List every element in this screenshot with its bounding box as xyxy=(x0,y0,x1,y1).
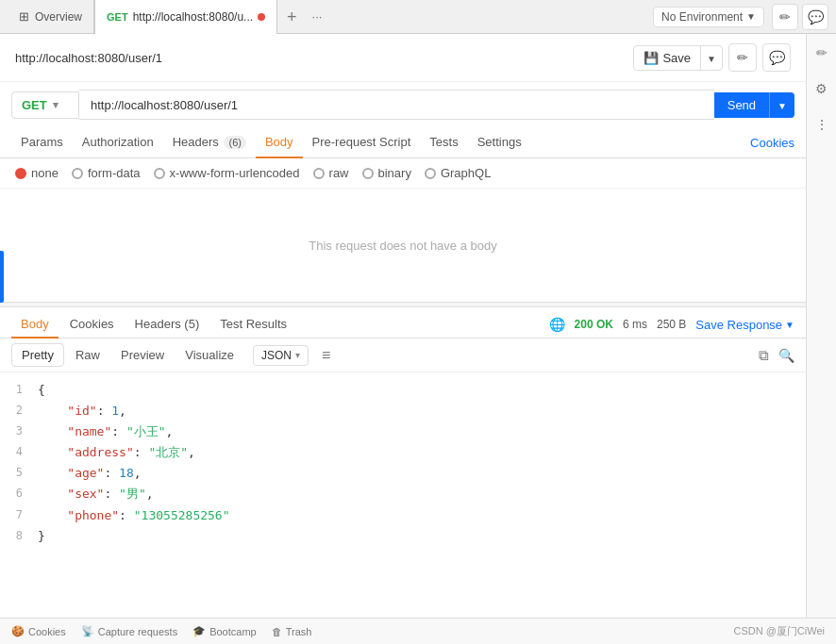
env-arrow: ▼ xyxy=(746,11,756,22)
bottom-cookies-link[interactable]: 🍪 Cookies xyxy=(11,625,66,637)
resp-tab-body[interactable]: Body xyxy=(11,311,59,339)
globe-icon: 🌐 xyxy=(549,317,565,332)
method-value: GET xyxy=(22,98,47,112)
code-line: 6 "sex": "男", xyxy=(0,484,806,504)
line-content: { xyxy=(38,380,45,401)
body-type-form-data[interactable]: form-data xyxy=(72,166,141,180)
filter-icon-btn[interactable]: ≡ xyxy=(316,345,336,366)
main-content: http://localhost:8080/user/1 💾 Save ▼ ✏ … xyxy=(0,34,806,618)
radio-form-data xyxy=(72,168,83,179)
code-line: 3 "name": "小王", xyxy=(0,421,806,442)
new-tab-button[interactable]: + xyxy=(277,0,307,34)
cookies-link[interactable]: Cookies xyxy=(750,128,794,157)
line-num: 1 xyxy=(0,380,38,399)
tab-headers[interactable]: Headers (6) xyxy=(163,127,256,158)
tab-body[interactable]: Body xyxy=(256,127,303,158)
url-actions: 💾 Save ▼ ✏ 💬 xyxy=(633,43,791,72)
sidebar-gear-icon[interactable]: ⚙ xyxy=(811,77,833,100)
tab-overview[interactable]: ⊞ Overview xyxy=(8,0,94,34)
top-tab-bar: ⊞ Overview GET http://localhost:8080/u..… xyxy=(0,0,836,34)
fmt-right-icons: ⧉ 🔍 xyxy=(759,347,794,364)
tab-tests[interactable]: Tests xyxy=(420,127,467,158)
line-num: 4 xyxy=(0,442,38,461)
pencil-url-btn[interactable]: ✏ xyxy=(728,43,757,72)
line-content: } xyxy=(38,526,45,547)
fmt-tab-preview[interactable]: Preview xyxy=(111,344,174,366)
body-types-row: none form-data x-www-form-urlencoded raw… xyxy=(0,158,806,189)
tab-active-request[interactable]: GET http://localhost:8080/u... xyxy=(94,0,277,34)
line-num: 6 xyxy=(0,484,38,503)
status-ok-badge: 200 OK xyxy=(575,318,613,331)
url-input-field[interactable] xyxy=(79,90,714,120)
response-time: 6 ms xyxy=(623,318,647,331)
env-selector[interactable]: No Environment ▼ xyxy=(653,7,764,27)
resp-tab-test-results[interactable]: Test Results xyxy=(210,311,296,339)
capture-icon: 📡 xyxy=(81,625,94,637)
line-content: "age": 18, xyxy=(38,463,142,484)
resp-tab-cookies[interactable]: Cookies xyxy=(60,311,124,339)
code-line: 8 } xyxy=(0,526,806,547)
bottom-trash-link[interactable]: 🗑 Trash xyxy=(272,626,312,637)
send-button[interactable]: Send xyxy=(714,92,769,118)
radio-graphql xyxy=(425,168,436,179)
body-type-raw[interactable]: raw xyxy=(313,166,349,180)
line-num: 8 xyxy=(0,526,38,545)
sidebar-pencil-icon[interactable]: ✏ xyxy=(811,41,833,64)
active-tab-dot xyxy=(258,13,265,21)
tab-authorization[interactable]: Authorization xyxy=(73,127,163,158)
save-response-btn[interactable]: Save Response ▼ xyxy=(695,318,794,332)
format-row: Pretty Raw Preview Visualize JSON ▾ ≡ ⧉ xyxy=(0,339,806,372)
save-button-group: 💾 Save ▼ xyxy=(633,45,723,71)
body-type-urlencoded[interactable]: x-www-form-urlencoded xyxy=(154,166,300,180)
line-num: 5 xyxy=(0,463,38,482)
radio-urlencoded xyxy=(154,168,165,179)
radio-none xyxy=(15,168,26,179)
line-num: 7 xyxy=(0,505,38,524)
fmt-tab-pretty[interactable]: Pretty xyxy=(11,343,64,367)
body-type-none[interactable]: none xyxy=(15,166,59,180)
radio-raw xyxy=(313,168,325,179)
comment-icon-btn[interactable]: 💬 xyxy=(802,4,828,30)
env-label: No Environment xyxy=(661,10,743,24)
tab-params[interactable]: Params xyxy=(11,127,73,158)
code-area[interactable]: 1 { 2 "id": 1, 3 "name": "小王", 4 "add xyxy=(0,372,806,618)
send-arrow-btn[interactable]: ▼ xyxy=(769,92,794,118)
right-icons: ✏ 💬 xyxy=(772,4,828,30)
comment-url-btn[interactable]: 💬 xyxy=(762,43,791,72)
tab-prerequest[interactable]: Pre-request Script xyxy=(303,127,421,158)
code-line: 2 "id": 1, xyxy=(0,401,806,421)
request-tabs-row: Params Authorization Headers (6) Body Pr… xyxy=(0,127,806,158)
tab-settings[interactable]: Settings xyxy=(468,127,531,158)
left-accent-bar xyxy=(0,251,4,303)
more-options-button[interactable]: ··· xyxy=(307,9,328,24)
bottom-capture-link[interactable]: 📡 Capture requests xyxy=(81,625,177,637)
url-bar: http://localhost:8080/user/1 💾 Save ▼ ✏ … xyxy=(0,34,806,82)
search-resp-icon-btn[interactable]: 🔍 xyxy=(778,348,794,363)
save-button[interactable]: 💾 Save xyxy=(634,46,700,70)
url-display: http://localhost:8080/user/1 xyxy=(15,51,626,65)
active-tab-url: http://localhost:8080/u... xyxy=(133,10,253,24)
body-type-graphql[interactable]: GraphQL xyxy=(425,166,491,180)
code-line: 4 "address": "北京", xyxy=(0,442,806,463)
bottom-bar: 🍪 Cookies 📡 Capture requests 🎓 Bootcamp … xyxy=(0,618,836,644)
save-disk-icon: 💾 xyxy=(644,51,659,65)
line-content: "id": 1, xyxy=(38,401,126,421)
cookie-icon: 🍪 xyxy=(11,625,25,637)
overview-icon: ⊞ xyxy=(19,9,29,24)
fmt-json-select[interactable]: JSON ▾ xyxy=(253,345,309,366)
sidebar-dots-icon[interactable]: ⋮ xyxy=(811,113,833,136)
response-tabs-row: Body Cookies Headers (5) Test Results 🌐 … xyxy=(0,307,806,339)
pencil-icon-btn[interactable]: ✏ xyxy=(772,4,798,30)
send-button-group: Send ▼ xyxy=(714,92,794,118)
method-select[interactable]: GET ▾ xyxy=(11,91,79,119)
copy-icon-btn[interactable]: ⧉ xyxy=(759,347,769,364)
fmt-tab-raw[interactable]: Raw xyxy=(66,344,109,366)
save-arrow-btn[interactable]: ▼ xyxy=(700,46,722,70)
line-content: "address": "北京", xyxy=(38,442,195,463)
body-type-binary[interactable]: binary xyxy=(362,166,411,180)
resp-tab-headers[interactable]: Headers (5) xyxy=(125,311,209,339)
request-toolbar: GET ▾ Send ▼ xyxy=(0,82,806,127)
bottom-bootcamp-link[interactable]: 🎓 Bootcamp xyxy=(192,625,257,637)
fmt-tab-visualize[interactable]: Visualize xyxy=(176,344,243,366)
line-content: "phone": "13055285256" xyxy=(38,505,230,526)
